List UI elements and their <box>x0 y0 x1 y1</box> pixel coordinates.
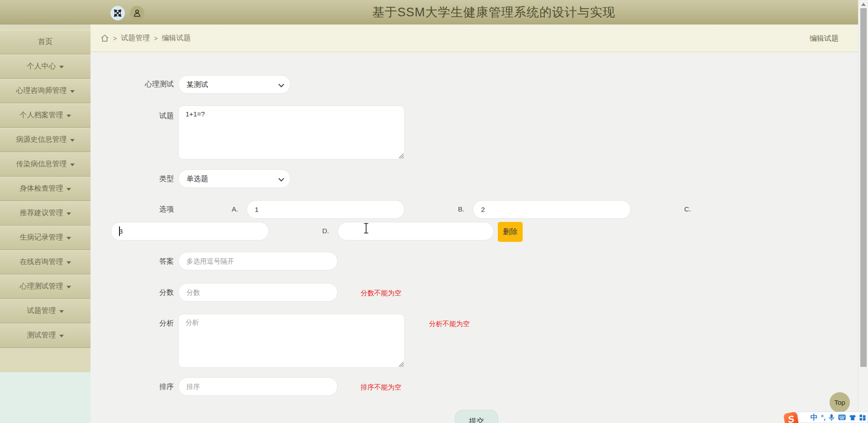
option-d-input[interactable] <box>338 222 494 240</box>
option-letter-c: C. <box>684 205 691 214</box>
page: 基于SSM大学生健康管理系统的设计与实现 首页 个人中心 心理咨询师管理 个人档… <box>0 0 868 423</box>
sidebar-item-online-consult-mgmt[interactable]: 在线咨询管理 <box>0 250 91 274</box>
breadcrumb: > 试题管理 > 编辑试题 <box>100 24 191 52</box>
field-label-type: 类型 <box>113 174 174 183</box>
chevron-down-icon <box>67 286 71 288</box>
field-label-options: 选项 <box>113 205 174 214</box>
option-c-input[interactable] <box>111 222 269 240</box>
field-label-psych-test: 心理测试 <box>113 80 174 89</box>
option-b-input[interactable] <box>473 200 631 219</box>
chevron-down-icon <box>67 188 71 191</box>
sidebar-item-recommendation-mgmt[interactable]: 推荐建议管理 <box>0 201 91 226</box>
sidebar-item-counselor-mgmt[interactable]: 心理咨询师管理 <box>0 79 91 103</box>
score-error-message: 分数不能为空 <box>361 288 401 298</box>
sidebar-item-label: 传染病信息管理 <box>16 159 67 169</box>
sidebar-item-label: 在线咨询管理 <box>20 257 63 267</box>
question-textarea[interactable]: 1+1=? <box>178 106 405 159</box>
chevron-down-icon <box>67 261 71 264</box>
sidebar-item-label: 个人档案管理 <box>20 111 63 120</box>
back-to-top-button[interactable]: Top <box>830 392 850 413</box>
chevron-down-icon <box>67 115 71 117</box>
field-label-analysis: 分析 <box>113 319 174 328</box>
breadcrumb-bar: > 试题管理 > 编辑试题 编辑试题 <box>91 24 858 52</box>
breadcrumb-item-edit-question[interactable]: 编辑试题 <box>162 34 191 43</box>
chevron-down-icon <box>59 310 64 313</box>
sort-input[interactable] <box>178 377 338 396</box>
type-select[interactable]: 单选题 <box>178 169 291 188</box>
app-header: 基于SSM大学生健康管理系统的设计与实现 <box>0 0 868 24</box>
chevron-down-icon <box>59 335 64 337</box>
chinese-mode-icon[interactable]: 中 <box>811 414 818 421</box>
field-label-sort: 排序 <box>113 382 174 391</box>
option-a-input[interactable] <box>247 200 405 219</box>
microphone-icon[interactable] <box>829 414 835 421</box>
answer-input[interactable] <box>178 252 338 270</box>
sidebar-item-personal-center[interactable]: 个人中心 <box>0 54 91 79</box>
sidebar-item-question-mgmt[interactable]: 试题管理 <box>0 299 91 323</box>
field-label-answer: 答案 <box>113 257 174 266</box>
sidebar-item-label: 个人中心 <box>27 62 56 71</box>
scrollbar-up-arrow[interactable] <box>861 3 866 6</box>
sogou-logo-icon[interactable]: S <box>783 412 799 423</box>
submit-button[interactable]: 提交 <box>455 410 498 423</box>
text-caret <box>119 226 120 236</box>
chevron-down-icon <box>67 212 71 215</box>
analysis-error-message: 分析不能为空 <box>429 319 470 328</box>
sidebar-item-label: 测试管理 <box>27 331 56 340</box>
option-letter-d: D. <box>322 226 329 236</box>
breadcrumb-separator: > <box>154 35 157 42</box>
sidebar: 首页 个人中心 心理咨询师管理 个人档案管理 病源史信息管理 传染病信息管理 身… <box>0 24 91 423</box>
chevron-down-icon <box>70 163 75 166</box>
toolbox-icon[interactable] <box>859 414 866 421</box>
sidebar-item-disease-history-mgmt[interactable]: 病源史信息管理 <box>0 128 91 152</box>
sidebar-item-label: 生病记录管理 <box>20 233 63 242</box>
soft-keyboard-icon[interactable] <box>838 414 846 420</box>
option-letter-a: A. <box>232 205 238 214</box>
sidebar-item-profile-mgmt[interactable]: 个人档案管理 <box>0 103 91 128</box>
sidebar-item-label: 心理咨询师管理 <box>16 86 67 96</box>
chevron-down-icon <box>70 139 75 142</box>
chevron-down-icon <box>67 237 71 240</box>
score-input[interactable] <box>178 283 338 302</box>
breadcrumb-separator: > <box>113 35 117 42</box>
field-label-score: 分数 <box>113 288 174 297</box>
option-letter-b: B. <box>458 205 464 214</box>
page-heading: 编辑试题 <box>810 24 839 52</box>
chevron-down-icon <box>59 66 64 68</box>
sidebar-item-infectious-disease-mgmt[interactable]: 传染病信息管理 <box>0 152 91 177</box>
sidebar-item-label: 心理测试管理 <box>20 282 63 291</box>
sidebar-item-home[interactable]: 首页 <box>0 30 91 54</box>
sort-error-message: 排序不能为空 <box>361 383 401 392</box>
ime-toolbar: 中 °, <box>797 412 868 423</box>
sidebar-item-label: 推荐建议管理 <box>20 208 63 218</box>
sidebar-item-label: 首页 <box>38 37 52 47</box>
punctuation-icon[interactable]: °, <box>821 414 825 421</box>
sidebar-item-illness-record-mgmt[interactable]: 生病记录管理 <box>0 226 91 250</box>
psych-test-select[interactable]: 某测试 <box>178 75 291 94</box>
scrollbar-thumb[interactable] <box>860 8 867 367</box>
fullscreen-expand-icon <box>114 9 122 17</box>
home-icon[interactable] <box>100 34 109 43</box>
breadcrumb-item-question-mgmt[interactable]: 试题管理 <box>121 34 150 43</box>
sidebar-item-label: 病源史信息管理 <box>16 135 67 144</box>
skin-icon[interactable] <box>849 414 856 421</box>
sidebar-item-label: 试题管理 <box>27 306 56 316</box>
sidebar-item-label: 身体检查管理 <box>20 184 63 193</box>
sidebar-item-psych-test-mgmt[interactable]: 心理测试管理 <box>0 274 91 299</box>
analysis-textarea[interactable] <box>178 314 405 368</box>
fullscreen-button[interactable] <box>110 6 125 20</box>
page-title: 基于SSM大学生健康管理系统的设计与实现 <box>129 0 859 24</box>
field-label-question: 试题 <box>113 111 174 120</box>
sidebar-item-test-mgmt[interactable]: 测试管理 <box>0 323 91 348</box>
delete-option-button[interactable]: 删除 <box>498 222 523 242</box>
sidebar-footer-panel <box>0 372 91 423</box>
chevron-down-icon <box>70 90 75 93</box>
sidebar-item-physical-exam-mgmt[interactable]: 身体检查管理 <box>0 177 91 201</box>
